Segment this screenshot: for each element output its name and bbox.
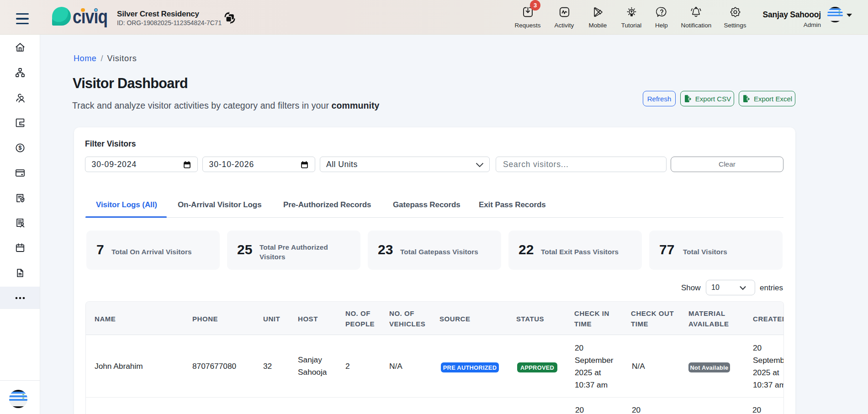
svg-text:$: $ xyxy=(19,145,22,151)
